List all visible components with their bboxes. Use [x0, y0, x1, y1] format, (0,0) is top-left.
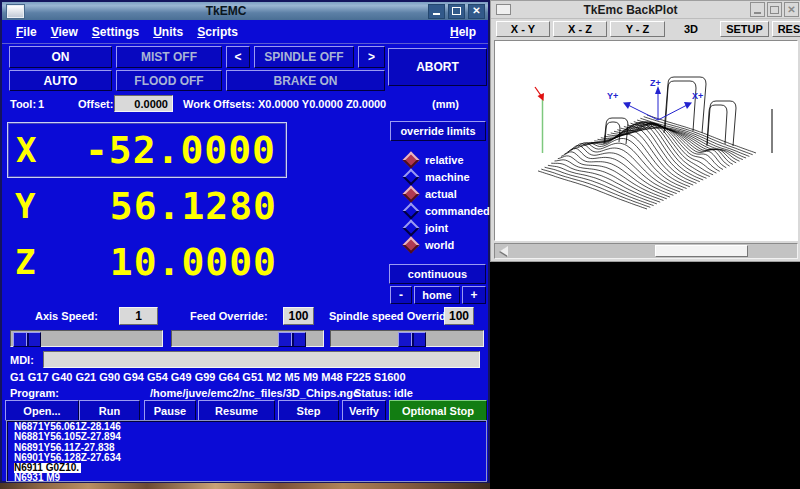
close-button[interactable]: ✕: [468, 4, 485, 19]
tool-label: Tool:: [10, 98, 36, 110]
axis-speed-slider[interactable]: [10, 330, 163, 347]
backplot-maximize-button[interactable]: [767, 2, 782, 17]
jog-continuous-button[interactable]: continuous: [389, 264, 486, 284]
pause-button[interactable]: Pause: [144, 400, 196, 421]
jog-plus-button[interactable]: +: [462, 286, 486, 304]
desktop-wallpaper: [0, 483, 490, 489]
abort-button[interactable]: ABORT: [388, 48, 487, 86]
radio-actual[interactable]: actual: [387, 186, 492, 202]
radio-label: machine: [425, 171, 470, 183]
machine-on-button[interactable]: ON: [9, 46, 112, 68]
radio-diamond-icon: [403, 186, 420, 203]
spindle-faster-button[interactable]: >: [358, 46, 385, 68]
spindle-button[interactable]: SPINDLE OFF: [254, 46, 354, 68]
radio-label: world: [425, 239, 454, 251]
backplot-hscrollbar[interactable]: [494, 243, 798, 259]
view-y-z-button[interactable]: Y - Z: [610, 21, 665, 37]
minimize-icon: [433, 13, 440, 15]
tool-value: 1: [38, 98, 44, 110]
feed-override-label: Feed Override:: [190, 310, 268, 322]
program-label: Program:: [10, 387, 59, 399]
radio-machine[interactable]: machine: [387, 169, 492, 185]
mode-auto-button[interactable]: AUTO: [9, 70, 112, 91]
menu-view[interactable]: View: [51, 25, 78, 39]
toolpath-plot: Z+Y+X+: [495, 41, 797, 240]
radio-relative[interactable]: relative: [387, 152, 492, 168]
coordinate-mode-radios: relativemachineactualcommandedjointworld: [387, 152, 492, 254]
menu-file[interactable]: File: [16, 25, 37, 39]
radio-diamond-icon: [403, 220, 420, 237]
radio-label: commanded: [425, 205, 490, 217]
override-limits-button[interactable]: override limits: [390, 121, 486, 141]
menu-help[interactable]: Help: [450, 25, 476, 39]
feed-override-slider[interactable]: [171, 330, 324, 347]
status-value: idle: [394, 387, 413, 399]
spindle-override-slider[interactable]: [330, 330, 484, 347]
radio-commanded[interactable]: commanded: [387, 203, 492, 219]
offset-label: Offset:: [78, 98, 113, 110]
backplot-window: TkEmc BackPlot ✕ X - YX - ZY - Z 3D SETU…: [490, 0, 800, 262]
scrollbar-thumb[interactable]: [655, 245, 748, 257]
listing-line: N6931 M9: [14, 473, 486, 482]
radio-world[interactable]: world: [387, 237, 492, 253]
work-offsets-label: Work Offsets:: [183, 98, 255, 110]
axis-speed-value: 1: [119, 307, 158, 325]
mdi-label: MDI:: [10, 354, 34, 366]
verify-button[interactable]: Verify: [342, 400, 386, 421]
axis-label-z: Z+: [650, 78, 661, 88]
scroll-left-button[interactable]: [496, 245, 511, 257]
axis-label-x: X+: [692, 91, 703, 101]
close-icon: ✕: [472, 6, 480, 16]
menu-units[interactable]: Units: [153, 25, 183, 39]
axis-letter: X: [8, 130, 36, 170]
scroll-left-icon: [500, 246, 508, 256]
backplot-close-button[interactable]: ✕: [784, 2, 799, 17]
offset-entry[interactable]: 0.0000: [114, 95, 173, 112]
radio-label: actual: [425, 188, 457, 200]
mist-button[interactable]: MIST OFF: [116, 46, 222, 68]
radio-diamond-icon: [403, 152, 420, 169]
optional-stop-button[interactable]: Optional Stop: [389, 400, 487, 421]
backplot-minimize-button[interactable]: [750, 2, 765, 17]
listing-line: N6901Y56.128Z-27.634: [14, 453, 486, 463]
feed-override-value: 100: [283, 307, 314, 325]
open-button[interactable]: Open...: [5, 400, 79, 421]
radio-diamond-icon: [403, 203, 420, 220]
axis-speed-label: Axis Speed:: [35, 310, 98, 322]
brake-button[interactable]: BRAKE ON: [226, 70, 385, 91]
program-listing[interactable]: N6871Y56.061Z-28.146N6881Y56.105Z-27.894…: [6, 420, 487, 482]
tkemc-window: TkEMC ✕ FileViewSettingsUnitsScripts Hel…: [0, 0, 490, 483]
menu-scripts[interactable]: Scripts: [197, 25, 238, 39]
units-label: (mm): [432, 98, 459, 110]
dro-axis-z[interactable]: Z10.0000: [7, 234, 287, 290]
view-x-z-button[interactable]: X - Z: [553, 21, 607, 37]
view-x-y-button[interactable]: X - Y: [496, 21, 550, 37]
flood-button[interactable]: FLOOD OFF: [116, 70, 222, 91]
jog-minus-button[interactable]: -: [390, 286, 412, 304]
maximize-button[interactable]: [448, 4, 465, 19]
maximize-icon: [770, 6, 779, 14]
spindle-override-value: 100: [444, 307, 474, 325]
radio-joint[interactable]: joint: [387, 220, 492, 236]
reset-button[interactable]: RESET: [772, 21, 800, 37]
run-button[interactable]: Run: [79, 400, 140, 421]
listing-line: N6911 G0Z10.: [14, 463, 486, 473]
spindle-override-slider-thumb[interactable]: [398, 332, 426, 347]
backplot-canvas[interactable]: Z+Y+X+: [494, 40, 798, 241]
maximize-icon: [452, 7, 461, 15]
spindle-slower-button[interactable]: <: [226, 46, 250, 68]
step-button[interactable]: Step: [278, 400, 339, 421]
dro-axis-y[interactable]: Y56.1280: [7, 178, 287, 234]
backplot-titlebar[interactable]: TkEmc BackPlot ✕: [491, 1, 800, 19]
home-button[interactable]: home: [414, 286, 460, 304]
menu-settings[interactable]: Settings: [92, 25, 139, 39]
setup-button[interactable]: SETUP: [720, 21, 769, 37]
dro-axis-x[interactable]: X-52.0000: [7, 122, 287, 178]
tkemc-titlebar[interactable]: TkEMC ✕: [2, 2, 488, 20]
mdi-input[interactable]: [43, 351, 480, 368]
feed-override-slider-thumb[interactable]: [278, 332, 306, 347]
minimize-button[interactable]: [428, 4, 445, 19]
axis-speed-slider-thumb[interactable]: [13, 332, 41, 347]
resume-button[interactable]: Resume: [198, 400, 275, 421]
radio-diamond-icon: [403, 237, 420, 254]
